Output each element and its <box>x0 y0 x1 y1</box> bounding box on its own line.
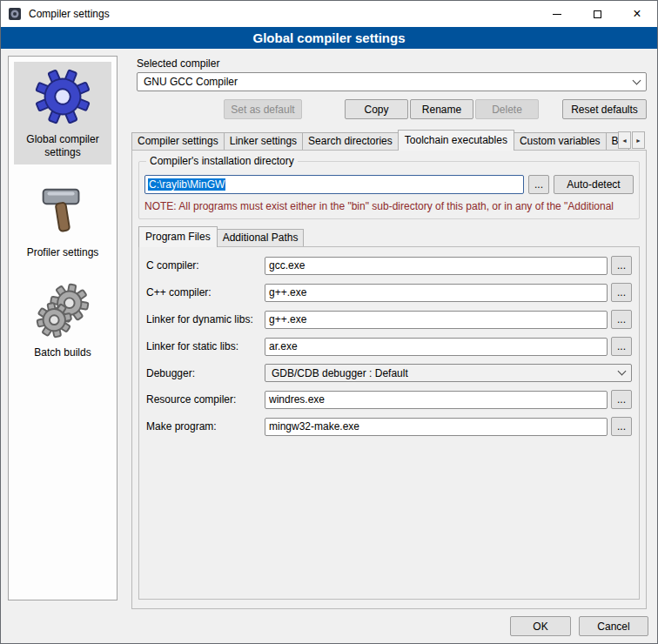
installation-directory-input[interactable]: C:\raylib\MinGW <box>144 175 524 194</box>
titlebar: Compiler settings × <box>1 1 657 27</box>
main-panel: Selected compiler GNU GCC Compiler Set a… <box>128 49 652 643</box>
tab-linker-settings[interactable]: Linker settings <box>224 132 303 150</box>
field-row: Make program: ... <box>146 417 632 436</box>
compiler-settings-window: Compiler settings × Global compiler sett… <box>0 0 658 644</box>
tab-compiler-settings[interactable]: Compiler settings <box>131 132 225 150</box>
installation-directory-value: C:\raylib\MinGW <box>148 178 225 191</box>
toolchain-executables-panel: Compiler's installation directory C:\ray… <box>131 150 647 609</box>
compiler-actions: Set as default Copy Rename Delete Reset … <box>137 99 647 119</box>
cpp-compiler-browse-button[interactable]: ... <box>611 283 632 302</box>
debugger-select[interactable]: GDB/CDB debugger : Default <box>265 364 632 382</box>
field-row: C++ compiler: ... <box>146 283 632 302</box>
gears-icon <box>32 279 93 340</box>
chevron-down-icon <box>618 367 627 376</box>
subtab-program-files[interactable]: Program Files <box>138 226 218 247</box>
settings-tabstrip: Compiler settings Linker settings Search… <box>131 131 647 150</box>
copy-button[interactable]: Copy <box>345 99 408 119</box>
installation-directory-group: Compiler's installation directory C:\ray… <box>138 161 640 219</box>
tab-scroll-buttons: ◄ ► <box>617 131 645 149</box>
dialog-body: Global compiler settings Profiler settin… <box>1 49 657 643</box>
page-title: Global compiler settings <box>1 27 657 49</box>
c-compiler-label: C compiler: <box>146 259 261 272</box>
sidebar-item-label: Profiler settings <box>16 246 110 259</box>
dynamic-linker-label: Linker for dynamic libs: <box>146 313 261 325</box>
close-button[interactable]: × <box>617 1 657 27</box>
minimize-icon <box>553 14 561 15</box>
delete-button[interactable]: Delete <box>475 99 539 119</box>
maximize-icon <box>594 10 601 18</box>
field-row: Linker for static libs: ... <box>146 337 632 356</box>
make-program-input[interactable] <box>265 418 608 436</box>
sidebar-item-batch-builds[interactable]: Batch builds <box>14 275 111 365</box>
compiler-select[interactable]: GNU GCC Compiler <box>137 72 647 91</box>
tab-scroll-left-button[interactable]: ◄ <box>618 131 631 149</box>
tab-scroll-right-button[interactable]: ► <box>632 131 645 149</box>
program-files-panel: C compiler: ... C++ compiler: ... Linker… <box>138 246 640 600</box>
sidebar-item-label: Global compiler settings <box>16 133 110 159</box>
tab-custom-variables[interactable]: Custom variables <box>514 132 607 150</box>
caption-buttons: × <box>537 1 657 27</box>
set-as-default-button[interactable]: Set as default <box>224 99 302 119</box>
installation-directory-row: C:\raylib\MinGW ... Auto-detect <box>144 175 634 194</box>
tab-toolchain-executables[interactable]: Toolchain executables <box>398 130 514 151</box>
sidebar-item-label: Batch builds <box>16 346 110 359</box>
static-linker-browse-button[interactable]: ... <box>611 337 632 356</box>
field-row: Resource compiler: ... <box>146 390 632 409</box>
maximize-button[interactable] <box>577 1 617 27</box>
debugger-label: Debugger: <box>146 367 261 379</box>
tab-search-directories[interactable]: Search directories <box>302 132 399 150</box>
make-program-browse-button[interactable]: ... <box>611 417 632 436</box>
cancel-button[interactable]: Cancel <box>579 616 648 636</box>
minimize-button[interactable] <box>537 1 577 27</box>
debugger-select-value: GDB/CDB debugger : Default <box>272 367 408 379</box>
resource-compiler-label: Resource compiler: <box>146 393 261 406</box>
field-row: Linker for dynamic libs: ... <box>146 310 632 329</box>
field-row: Debugger: GDB/CDB debugger : Default <box>146 364 632 382</box>
installation-directory-browse-button[interactable]: ... <box>528 175 549 194</box>
ok-button[interactable]: OK <box>510 616 571 636</box>
program-files-subtabs: Program Files Additional Paths <box>138 226 646 246</box>
chevron-down-icon <box>633 76 641 84</box>
sidebar: Global compiler settings Profiler settin… <box>8 56 118 600</box>
c-compiler-input[interactable] <box>265 257 608 275</box>
selected-compiler-label: Selected compiler <box>137 57 652 70</box>
dynamic-linker-browse-button[interactable]: ... <box>611 310 632 329</box>
window-title: Compiler settings <box>29 8 110 20</box>
field-row: C compiler: ... <box>146 256 632 275</box>
cpp-compiler-label: C++ compiler: <box>146 286 261 299</box>
note-text: NOTE: All programs must exist either in … <box>144 200 634 212</box>
gear-icon <box>32 66 93 127</box>
dialog-footer: OK Cancel <box>510 616 648 636</box>
sidebar-item-global-compiler-settings[interactable]: Global compiler settings <box>14 62 111 164</box>
c-compiler-browse-button[interactable]: ... <box>611 256 632 275</box>
app-icon <box>8 7 22 21</box>
close-icon: × <box>633 7 641 21</box>
hammer-icon <box>32 179 93 240</box>
resource-compiler-browse-button[interactable]: ... <box>611 390 632 409</box>
rename-button[interactable]: Rename <box>410 99 473 119</box>
installation-directory-group-title: Compiler's installation directory <box>146 155 298 167</box>
subtab-additional-paths[interactable]: Additional Paths <box>217 229 305 246</box>
static-linker-input[interactable] <box>265 338 608 356</box>
static-linker-label: Linker for static libs: <box>146 340 261 352</box>
auto-detect-button[interactable]: Auto-detect <box>554 175 634 194</box>
resource-compiler-input[interactable] <box>265 391 608 409</box>
reset-defaults-button[interactable]: Reset defaults <box>562 99 647 119</box>
sidebar-item-profiler-settings[interactable]: Profiler settings <box>14 175 111 265</box>
make-program-label: Make program: <box>146 420 261 433</box>
compiler-select-value: GNU GCC Compiler <box>144 76 238 88</box>
dynamic-linker-input[interactable] <box>265 311 608 329</box>
cpp-compiler-input[interactable] <box>265 284 608 302</box>
